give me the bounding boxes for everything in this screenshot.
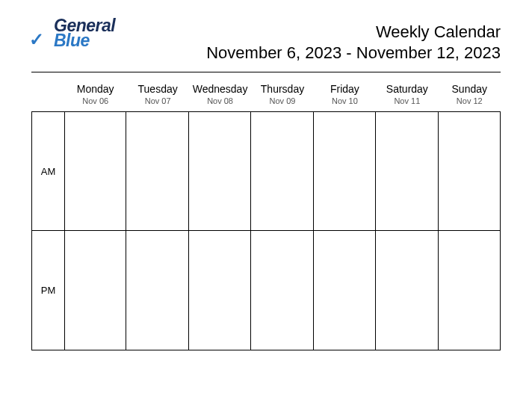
header: ✓ General Blue Weekly Calendar November … — [31, 22, 501, 63]
day-header-saturday: Saturday Nov 11 — [376, 80, 438, 111]
day-date: Nov 07 — [126, 96, 188, 105]
calendar-cell — [439, 231, 501, 350]
logo-word-blue: Blue — [54, 34, 90, 49]
calendar-cell — [126, 231, 188, 350]
day-header-monday: Monday Nov 06 — [64, 80, 126, 111]
period-label-am: AM — [31, 111, 64, 231]
calendar-cell — [251, 111, 313, 231]
check-icon: ✓ — [29, 29, 44, 50]
title-block: Weekly Calendar November 6, 2023 - Novem… — [206, 22, 501, 63]
day-date: Nov 10 — [314, 96, 376, 105]
day-date: Nov 08 — [189, 96, 251, 105]
day-header-wednesday: Wednesday Nov 08 — [189, 80, 251, 111]
day-date: Nov 09 — [251, 96, 313, 105]
day-name: Wednesday — [189, 83, 251, 95]
calendar-cell — [64, 231, 126, 350]
header-divider — [31, 72, 501, 72]
calendar-cell — [189, 111, 251, 231]
day-header-friday: Friday Nov 10 — [314, 80, 376, 111]
day-header-thursday: Thursday Nov 09 — [251, 80, 313, 111]
day-header-tuesday: Tuesday Nov 07 — [126, 80, 188, 111]
day-name: Saturday — [376, 83, 438, 95]
day-name: Sunday — [439, 83, 501, 95]
day-name: Tuesday — [126, 83, 188, 95]
day-date: Nov 12 — [439, 96, 501, 105]
calendar-cell — [64, 111, 126, 231]
calendar-cell — [376, 231, 438, 350]
day-date: Nov 06 — [64, 96, 126, 105]
day-name: Friday — [314, 83, 376, 95]
calendar-cell — [376, 111, 438, 231]
calendar-cell — [251, 231, 313, 350]
day-name: Thursday — [251, 83, 313, 95]
calendar-cell — [126, 111, 188, 231]
calendar-cell — [189, 231, 251, 350]
generalblue-logo: ✓ General Blue — [31, 19, 93, 48]
period-label-pm: PM — [31, 231, 64, 350]
calendar-cell — [314, 231, 376, 350]
calendar-cell — [439, 111, 501, 231]
calendar-title: Weekly Calendar — [206, 22, 501, 42]
calendar-cell — [314, 111, 376, 231]
day-date: Nov 11 — [376, 96, 438, 105]
calendar-date-range: November 6, 2023 - November 12, 2023 — [206, 43, 501, 63]
weekly-calendar-grid: Monday Nov 06 Tuesday Nov 07 Wednesday N… — [31, 80, 501, 350]
grid-corner — [31, 80, 64, 111]
day-header-sunday: Sunday Nov 12 — [439, 80, 501, 111]
day-name: Monday — [64, 83, 126, 95]
